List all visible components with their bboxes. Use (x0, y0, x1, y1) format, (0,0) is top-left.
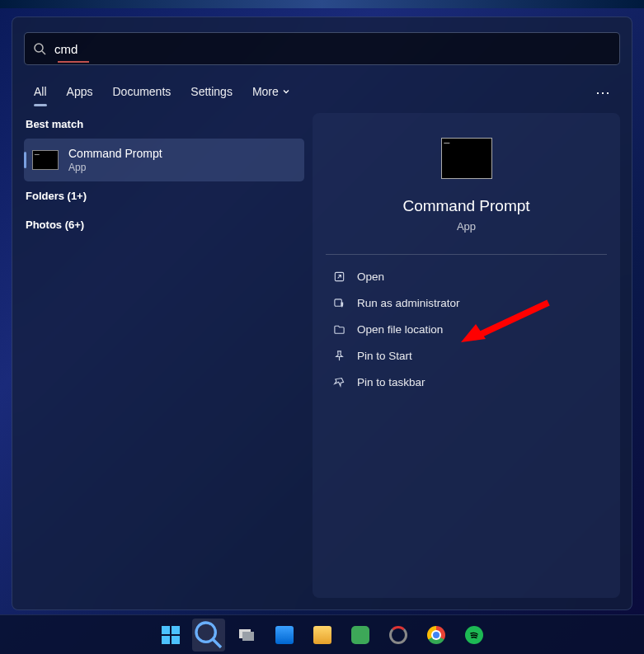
action-pin-start-label: Pin to Start (357, 350, 412, 362)
taskbar-app-explorer[interactable] (306, 619, 339, 652)
preview-pane: Command Prompt App Open Run as administr… (313, 113, 620, 598)
file-explorer-icon (313, 626, 331, 644)
tab-settings-label: Settings (190, 85, 233, 98)
taskbar-app-chat[interactable] (344, 619, 377, 652)
task-view-button[interactable] (230, 619, 263, 652)
taskbar-app-chrome[interactable] (420, 619, 453, 652)
action-pin-taskbar-label: Pin to taskbar (357, 376, 425, 388)
action-open-loc-label: Open file location (357, 323, 443, 336)
spotify-icon (465, 626, 483, 644)
tab-apps-label: Apps (67, 85, 93, 98)
results-group-folders[interactable]: Folders (1+) (24, 181, 304, 210)
tab-apps[interactable]: Apps (57, 78, 103, 106)
action-pin-to-taskbar[interactable]: Pin to taskbar (326, 369, 607, 395)
tab-settings[interactable]: Settings (181, 78, 242, 106)
windows-logo-icon (162, 626, 180, 644)
task-view-icon (237, 626, 256, 644)
tab-documents[interactable]: Documents (102, 78, 181, 106)
svg-rect-10 (242, 632, 254, 641)
open-icon (332, 270, 346, 283)
svg-rect-3 (334, 299, 341, 305)
best-match-label: Best match (24, 113, 304, 139)
circle-icon (389, 626, 407, 644)
tab-all[interactable]: All (24, 78, 57, 106)
divider (326, 254, 607, 255)
results-group-photos[interactable]: Photos (6+) (24, 210, 304, 239)
preview-app-icon (441, 138, 492, 179)
tab-all-label: All (34, 85, 47, 98)
svg-point-0 (35, 44, 43, 52)
taskbar (0, 614, 644, 654)
folder-icon (332, 322, 346, 336)
action-open-file-location[interactable]: Open file location (326, 316, 607, 342)
search-icon (192, 619, 225, 652)
pin-taskbar-icon (332, 375, 346, 388)
search-box[interactable] (24, 32, 620, 65)
svg-point-7 (196, 623, 215, 642)
action-run-as-administrator[interactable]: Run as administrator (326, 289, 607, 316)
results-column: Best match Command Prompt App Folders (1… (24, 113, 304, 598)
widgets-icon (275, 626, 294, 644)
svg-line-8 (213, 639, 221, 647)
search-input[interactable] (54, 42, 611, 56)
taskbar-search-button[interactable] (192, 619, 225, 652)
start-search-panel: All Apps Documents Settings More ⋯ Best … (12, 16, 632, 610)
result-subtitle: App (68, 162, 162, 173)
start-button[interactable] (154, 619, 187, 652)
taskbar-app-spotify[interactable] (458, 619, 491, 652)
tab-documents-label: Documents (112, 85, 171, 98)
result-title: Command Prompt (68, 147, 162, 160)
pin-start-icon (332, 349, 346, 362)
svg-line-1 (42, 51, 45, 54)
chrome-icon (427, 626, 445, 644)
overflow-menu-button[interactable]: ⋯ (587, 78, 620, 106)
result-command-prompt[interactable]: Command Prompt App (24, 139, 304, 181)
tab-more-label: More (252, 85, 279, 98)
taskbar-app-generic[interactable] (382, 619, 415, 652)
search-icon (33, 42, 46, 55)
search-underline-annotation (58, 61, 89, 63)
chat-icon (351, 626, 369, 644)
action-open-label: Open (357, 271, 384, 283)
filter-tabs: All Apps Documents Settings More ⋯ (12, 75, 632, 106)
admin-shield-icon (332, 296, 346, 309)
tab-more[interactable]: More (242, 78, 300, 106)
action-open[interactable]: Open (326, 263, 607, 289)
taskbar-app-widgets[interactable] (268, 619, 301, 652)
preview-subtitle: App (326, 220, 607, 233)
preview-title: Command Prompt (326, 197, 607, 215)
cmd-icon (32, 150, 59, 170)
action-pin-to-start[interactable]: Pin to Start (326, 342, 607, 369)
action-run-admin-label: Run as administrator (357, 297, 460, 309)
chevron-down-icon (282, 87, 290, 96)
